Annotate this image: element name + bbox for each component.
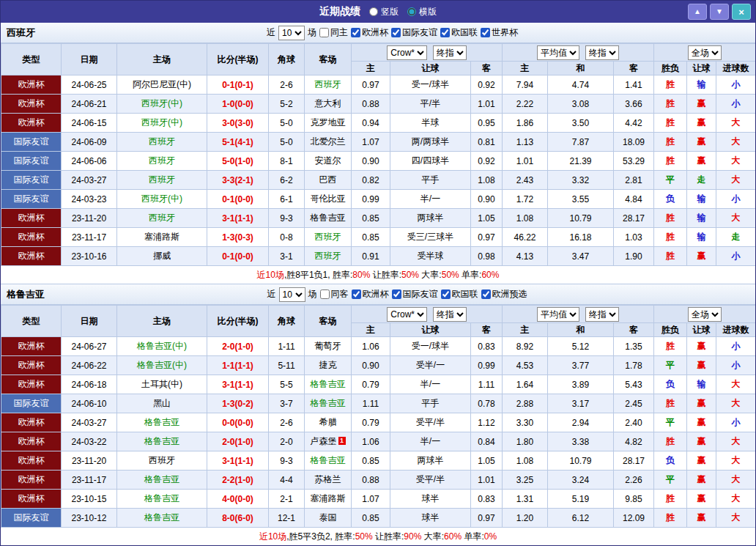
league-checkbox[interactable] (481, 28, 490, 37)
league-filter[interactable]: 国际友谊 (391, 26, 437, 39)
col-header-corner: 角球 (269, 306, 305, 337)
league-filter[interactable]: 欧洲杯 (352, 288, 389, 300)
move-up-button[interactable]: ▲ (688, 4, 707, 20)
league-checkbox[interactable] (351, 28, 360, 37)
league-filter[interactable]: 欧国联 (441, 288, 478, 300)
vertical-radio-input[interactable] (369, 7, 378, 16)
away-team: 意大利 (305, 95, 352, 114)
away-team: 西班牙 (305, 75, 352, 95)
away-team: 希腊 (305, 413, 352, 432)
result-handicap: 赢 (687, 95, 716, 114)
avg-away-odds: 2.45 (614, 394, 654, 413)
final-odds-select-2[interactable]: 终指 (585, 307, 619, 322)
handicap-line: 受平/半 (390, 471, 471, 490)
match-row: 欧洲杯23-10-16挪威0-1(0-0)3-1西班牙0.91受半球0.984.… (1, 247, 756, 266)
horizontal-radio-input[interactable] (407, 7, 416, 16)
result-goals: 小 (716, 95, 756, 114)
league-checkbox[interactable] (440, 28, 450, 37)
league-checkbox[interactable] (352, 289, 361, 299)
summary-segment: 让胜率: (370, 270, 401, 280)
avg-away-odds: 4.84 (614, 190, 654, 209)
summary-segment: 大率: (421, 531, 444, 542)
same-venue-checkbox[interactable] (319, 28, 329, 37)
result-handicap: 赢 (687, 490, 716, 509)
col-header-date: 日期 (62, 44, 117, 75)
league-label: 欧洲杯 (363, 288, 389, 300)
result-goals: 小 (716, 356, 756, 375)
match-type: 欧洲杯 (1, 75, 62, 95)
avg-draw-odds: 3.55 (548, 190, 614, 209)
score-halftime: 0-1(0-1) (207, 75, 269, 95)
league-checkbox[interactable] (481, 289, 491, 299)
corners: 9-3 (269, 209, 305, 228)
match-date: 23-11-20 (62, 209, 117, 228)
result-outcome: 胜 (654, 394, 687, 413)
summary-segment: 胜率: (333, 270, 352, 280)
handicap-home-odds: 0.85 (352, 451, 390, 471)
score-halftime: 5-0(1-0) (207, 152, 269, 171)
final-odds-select-2[interactable]: 终指 (585, 45, 619, 60)
move-down-button[interactable]: ▼ (710, 4, 729, 20)
league-filter[interactable]: 欧洲预选 (481, 288, 527, 300)
scope-select[interactable]: 全场 (688, 307, 722, 322)
close-button[interactable]: × (732, 4, 751, 20)
sections-container: 西班牙 近 10 场 同主 欧洲杯国际友谊欧国联世界杯 类 (1, 23, 755, 546)
handicap-line: 受一/球半 (390, 337, 471, 356)
avg-home-odds: 4.53 (503, 356, 548, 375)
league-filter[interactable]: 欧国联 (440, 26, 478, 39)
league-filter[interactable]: 世界杯 (481, 26, 518, 39)
same-venue-filter[interactable]: 同客 (320, 288, 349, 300)
home-team: 格鲁吉亚(中) (117, 337, 207, 356)
bookmaker-select[interactable]: Crow* (387, 307, 427, 322)
league-filter[interactable]: 欧洲杯 (351, 26, 388, 39)
bookmaker-select[interactable]: Crow* (387, 45, 427, 60)
avg-home-odds: 1.20 (503, 509, 548, 528)
average-select[interactable]: 平均值 (537, 45, 579, 60)
average-select[interactable]: 平均值 (537, 307, 579, 322)
handicap-home-odds: 0.79 (352, 413, 390, 432)
match-type: 欧洲杯 (1, 356, 62, 375)
league-checkbox[interactable] (392, 289, 401, 299)
same-venue-filter[interactable]: 同主 (319, 26, 348, 39)
summary-segment: 单率: (462, 531, 484, 542)
scope-select[interactable]: 全场 (688, 45, 722, 60)
bookmaker-header-cell: Crow* 终指 (352, 44, 503, 62)
same-venue-checkbox[interactable] (320, 289, 330, 299)
match-type: 欧洲杯 (1, 228, 62, 247)
handicap-away-odds: 1.11 (471, 375, 503, 394)
score-halftime: 1-3(0-2) (207, 394, 269, 413)
match-date: 24-03-27 (62, 171, 117, 190)
layout-horizontal-radio[interactable]: 横版 (407, 6, 437, 18)
league-checkbox[interactable] (391, 28, 401, 37)
home-team: 黑山 (117, 394, 207, 413)
match-count-select[interactable]: 10 (278, 26, 305, 40)
avg-away-odds: 12.09 (614, 509, 654, 528)
match-count-select[interactable]: 10 (279, 287, 305, 302)
league-label: 国际友谊 (402, 26, 437, 39)
result-handicap: 输 (687, 75, 716, 95)
match-row: 欧洲杯23-10-15格鲁吉亚4-0(0-0)2-1塞浦路斯1.07球半0.83… (1, 490, 756, 509)
home-team: 挪威 (117, 247, 207, 266)
layout-vertical-radio[interactable]: 竖版 (369, 6, 399, 18)
result-outcome: 胜 (654, 337, 687, 356)
final-odds-select-1[interactable]: 终指 (433, 45, 467, 60)
result-goals: 大 (716, 509, 756, 528)
match-row: 国际友谊24-06-10黑山1-3(0-2)3-7格鲁吉亚1.11平手0.782… (1, 394, 756, 413)
col-header-home: 主场 (117, 306, 207, 337)
corners: 2-0 (269, 432, 305, 451)
corners: 2-1 (269, 490, 305, 509)
handicap-line: 受三/三球半 (390, 228, 471, 247)
final-odds-select-1[interactable]: 终指 (433, 307, 467, 322)
match-date: 23-10-12 (62, 509, 117, 528)
handicap-line: 受一/球半 (390, 75, 471, 95)
league-checkbox[interactable] (441, 289, 451, 299)
league-filter[interactable]: 国际友谊 (392, 288, 438, 300)
sub-header-avg-draw: 和 (548, 323, 614, 337)
handicap-line: 两/两球半 (390, 133, 471, 152)
result-outcome: 胜 (654, 133, 687, 152)
avg-home-odds: 1.01 (503, 152, 548, 171)
away-team: 塞浦路斯 (305, 490, 352, 509)
handicap-home-odds: 0.85 (352, 209, 390, 228)
match-type: 欧洲杯 (1, 114, 62, 133)
match-date: 23-10-15 (62, 490, 117, 509)
